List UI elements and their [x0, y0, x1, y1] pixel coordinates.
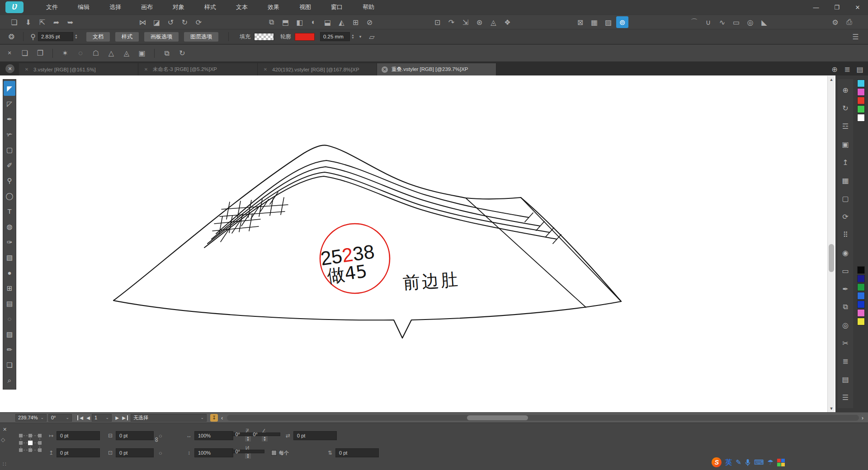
menu-object[interactable]: 对象: [163, 0, 194, 14]
panel-diamond-icon[interactable]: ◇: [1, 437, 5, 443]
menu-canvas[interactable]: 画布: [131, 0, 163, 14]
anchor-point-selector[interactable]: [17, 432, 43, 456]
horizontal-scrollbar[interactable]: [227, 415, 859, 421]
horizontal-scroll-thumb[interactable]: [467, 415, 528, 420]
scale-width-field[interactable]: ↔ 100% ▲▼: [185, 431, 233, 440]
trim-icon[interactable]: ◭: [335, 16, 348, 28]
swatch-dark-green[interactable]: [857, 283, 865, 291]
menu-effects[interactable]: 效果: [258, 0, 289, 14]
swatch-green[interactable]: [857, 105, 865, 113]
flip-horizontal-icon[interactable]: ⋈: [137, 16, 149, 28]
tab-close-icon[interactable]: ✕: [143, 66, 149, 73]
brush-tool[interactable]: ✑: [4, 235, 15, 249]
lasso-icon[interactable]: ◌: [74, 47, 87, 60]
tab-chongdie[interactable]: ✕ 重叠.vstyler [RGB] [@239.7%]XP: [377, 63, 496, 75]
scroll-up-icon[interactable]: ▲: [828, 76, 835, 83]
target-icon[interactable]: ◉: [839, 244, 852, 261]
load-state-icon[interactable]: ↧: [210, 414, 218, 422]
rotate-again-icon[interactable]: ⟳: [193, 16, 205, 28]
menu-edit[interactable]: 编辑: [68, 0, 99, 14]
exclude-icon[interactable]: ◐: [307, 16, 320, 28]
panel-menu-icon[interactable]: ☰: [839, 389, 852, 406]
menu-help[interactable]: 帮助: [353, 0, 384, 14]
last-page-button[interactable]: ▶: [121, 415, 128, 420]
revert-icon[interactable]: ➥: [64, 16, 76, 28]
transform-again-icon[interactable]: ↻: [175, 47, 189, 60]
hatch-fill-icon[interactable]: ▨: [602, 16, 614, 28]
snap-path-icon[interactable]: ∿: [716, 16, 728, 28]
menu-select[interactable]: 选择: [99, 0, 131, 14]
artboard-icon[interactable]: ⊡: [431, 16, 443, 28]
cut-panel-icon[interactable]: ✂: [839, 334, 852, 352]
table-tool[interactable]: ⊞: [4, 281, 15, 296]
navigator-icon[interactable]: ⊕: [839, 81, 852, 99]
dotted-circle-tool[interactable]: ◌: [4, 311, 15, 326]
shape-builder-icon[interactable]: ❖: [501, 16, 514, 28]
restore-button[interactable]: ❐: [826, 0, 847, 14]
shape-select-icon[interactable]: ◬: [120, 47, 133, 60]
print-icon[interactable]: ⎙: [843, 16, 855, 28]
grid-panel-icon[interactable]: ⠿: [839, 226, 852, 243]
group-select-icon[interactable]: ⧉: [160, 47, 174, 60]
swatch-cyan[interactable]: [857, 80, 865, 87]
union-icon[interactable]: ⧉: [265, 16, 278, 28]
artboard-options-button[interactable]: 画板选项: [144, 32, 179, 42]
no-fill-icon[interactable]: ⊠: [574, 16, 586, 28]
piece-label[interactable]: 前边肚: [402, 269, 461, 293]
close-button[interactable]: ✕: [847, 0, 868, 14]
move-horizontal-field[interactable]: ⇄ 0 pt ▲▼: [284, 431, 337, 440]
select-tool[interactable]: ◤: [4, 81, 15, 96]
pencil-tool[interactable]: ✏: [4, 342, 15, 357]
canvas[interactable]: 25238 做45 前边肚: [0, 75, 868, 412]
scroll-right-icon[interactable]: ›: [862, 414, 863, 421]
prev-page-button[interactable]: ◀: [85, 415, 92, 420]
minimize-button[interactable]: —: [806, 0, 826, 14]
first-page-button[interactable]: ◀: [77, 415, 85, 420]
toolbar-close-icon[interactable]: ✕: [3, 47, 16, 60]
band-line-right[interactable]: [521, 197, 621, 301]
rotate-copies-icon[interactable]: ⊛: [473, 16, 486, 28]
document-settings-icon[interactable]: ⚙: [829, 16, 841, 28]
scale-height-field[interactable]: ↕ 100% ▲▼: [185, 448, 233, 457]
contour-curve-1[interactable]: [216, 160, 528, 234]
rotation-select[interactable]: 0°⌄: [48, 414, 72, 422]
stroke-width-field[interactable]: 0.25 mm: [320, 32, 350, 41]
overlap-mode-icon[interactable]: ⊚: [616, 16, 628, 28]
pin-tool[interactable]: ⚲: [4, 173, 15, 188]
ime-keyboard-icon[interactable]: ⌨: [754, 458, 764, 466]
selection-status-select[interactable]: 无选择⌄: [131, 414, 207, 422]
new-document-icon[interactable]: ❏: [8, 16, 20, 28]
arc-icon[interactable]: ↷: [445, 16, 458, 28]
stroke-profile-icon[interactable]: ▱: [366, 31, 378, 42]
swatch-navy[interactable]: [857, 275, 865, 282]
dock-add-icon[interactable]: ⊕: [829, 63, 840, 75]
text-tool[interactable]: T: [4, 204, 15, 219]
flip-vertical-icon[interactable]: ◪: [151, 16, 163, 28]
tabs-close-icon[interactable]: ✕: [5, 64, 14, 73]
content-select-icon[interactable]: ☖: [89, 47, 103, 60]
panel-grip-icon[interactable]: ∷: [3, 461, 6, 467]
field-spinner[interactable]: ▲▼: [245, 436, 251, 442]
height-field[interactable]: ⊡ 0 pt ▲▼: [106, 448, 154, 457]
snap-objects-icon[interactable]: ⌒: [688, 16, 700, 28]
field-spinner[interactable]: ▲▼: [245, 453, 251, 459]
scroll-left-icon[interactable]: ‹: [221, 414, 223, 421]
fill-swatch[interactable]: [254, 33, 274, 41]
menu-file[interactable]: 文件: [36, 0, 68, 14]
frame-icon[interactable]: ▢: [839, 190, 852, 207]
swatch-magenta[interactable]: [857, 88, 865, 96]
history-icon[interactable]: ↻: [839, 99, 852, 117]
swatch-white[interactable]: [857, 114, 865, 122]
divide-icon[interactable]: ⬓: [321, 16, 334, 28]
text-styles-icon[interactable]: ≣: [839, 352, 852, 370]
minus-front-icon[interactable]: ⬒: [279, 16, 292, 28]
intersect-icon[interactable]: ◧: [293, 16, 306, 28]
each-checkbox-box[interactable]: [271, 450, 277, 456]
direct-select-tool[interactable]: ◸: [4, 96, 15, 111]
marquee-tool[interactable]: ▢: [4, 142, 15, 157]
copy-style-icon[interactable]: ❏: [18, 47, 32, 60]
band-line-left[interactable]: [466, 198, 586, 307]
move-vertical-field[interactable]: ⇅ 0 pt ▲▼: [326, 448, 379, 457]
vertical-scrollbar[interactable]: ▲ ▼: [827, 76, 835, 412]
display-icon[interactable]: ▭: [839, 262, 852, 279]
